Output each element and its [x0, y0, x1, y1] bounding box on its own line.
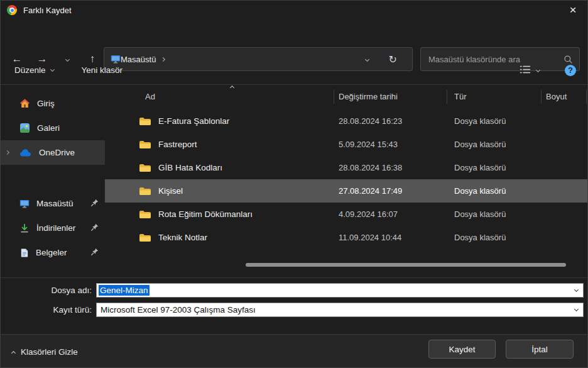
sidebar-item-downloads[interactable]: İndirilenler	[1, 216, 105, 240]
column-header-type[interactable]: Tür	[447, 92, 541, 101]
horizontal-scrollbar[interactable]	[246, 263, 566, 267]
help-button[interactable]: ?	[565, 65, 576, 76]
table-row[interactable]: Fastreport 5.09.2024 15:43 Dosya klasörü	[105, 133, 588, 156]
folder-icon	[139, 163, 151, 173]
home-icon	[19, 98, 30, 109]
sidebar-item-documents[interactable]: Belgeler	[1, 240, 105, 265]
file-type-cell: Dosya klasörü	[447, 233, 541, 242]
folder-icon	[139, 140, 151, 150]
file-type-cell: Dosya klasörü	[447, 209, 541, 219]
table-row[interactable]: GİB Hata Kodları 28.08.2024 16:38 Dosya …	[105, 156, 588, 179]
table-row[interactable]: Rota Eğitim Dökümanları 4.09.2024 16:07 …	[105, 203, 588, 226]
table-row[interactable]: Teknik Notlar 11.09.2024 10:44 Dosya kla…	[105, 226, 588, 249]
file-type-cell: Dosya klasörü	[447, 116, 541, 126]
file-list: Ad Değiştirme tarihi Tür Boyut E-Fatura …	[105, 85, 587, 277]
dialog-footer: Klasörleri Gizle Kaydet İptal	[1, 334, 587, 368]
sidebar-item-label: Galeri	[37, 123, 60, 133]
file-date-cell: 11.09.2024 10:44	[334, 233, 447, 242]
file-date-cell: 27.08.2024 17:49	[334, 186, 447, 196]
file-name-cell: Kişisel	[158, 186, 183, 196]
hide-folders-label: Klasörleri Gizle	[21, 347, 78, 357]
column-header-size[interactable]: Boyut	[541, 92, 588, 101]
sidebar-pinned-group: Masaüstü İndirilenler	[1, 191, 105, 265]
close-button[interactable]: ×	[558, 1, 587, 20]
help-icon: ?	[568, 66, 573, 75]
organize-label: Düzenle	[14, 65, 46, 75]
folder-icon	[139, 186, 151, 196]
window-title: Farklı Kaydet	[23, 6, 72, 15]
file-name-cell: Rota Eğitim Dökümanları	[158, 209, 253, 219]
details-view-icon	[520, 65, 531, 75]
close-icon: ×	[569, 3, 576, 17]
hide-folders-button[interactable]: Klasörleri Gizle	[8, 347, 82, 357]
gallery-icon	[19, 123, 30, 133]
sidebar-item-gallery[interactable]: Galeri	[1, 116, 105, 140]
downloads-icon	[19, 223, 30, 233]
sidebar-item-onedrive[interactable]: OneDrive	[1, 140, 105, 165]
pin-icon[interactable]	[91, 199, 99, 208]
column-divider[interactable]	[541, 90, 542, 104]
onedrive-cloud-icon	[19, 148, 32, 157]
filetype-select[interactable]: Microsoft Excel 97-2003 Çalışma Sayfası	[96, 303, 584, 317]
command-toolbar: Düzenle Yeni klasör ?	[1, 56, 587, 85]
save-as-dialog: Farklı Kaydet × ← → ↑ Masaüstü ↻	[0, 0, 588, 368]
file-name-cell: Fastreport	[158, 140, 197, 149]
chevron-down-icon[interactable]	[574, 287, 579, 292]
pin-icon[interactable]	[91, 248, 99, 257]
organize-button[interactable]: Düzenle	[9, 62, 59, 79]
folder-icon	[139, 116, 151, 126]
folder-icon	[139, 233, 151, 243]
file-date-cell: 5.09.2024 15:43	[334, 140, 447, 149]
sidebar-item-desktop[interactable]: Masaüstü	[1, 191, 105, 216]
save-button[interactable]: Kaydet	[428, 340, 496, 359]
sidebar: Giriş Galeri OneDrive	[1, 85, 105, 277]
column-divider[interactable]	[586, 90, 587, 104]
file-type-cell: Dosya klasörü	[447, 140, 541, 149]
expand-chevron-icon[interactable]	[5, 150, 9, 155]
file-rows: E-Fatura Şablonlar 28.08.2024 16:23 Dosy…	[105, 109, 588, 249]
save-form: Dosya adı: Genel-Mizan Kayıt türü: Micro…	[1, 277, 587, 334]
chevron-down-icon	[50, 67, 54, 72]
sidebar-item-label: OneDrive	[39, 148, 75, 157]
file-date-cell: 4.09.2024 16:07	[334, 209, 447, 219]
table-row[interactable]: E-Fatura Şablonlar 28.08.2024 16:23 Dosy…	[105, 109, 588, 133]
chevron-down-icon	[536, 68, 540, 72]
cancel-button[interactable]: İptal	[506, 340, 574, 359]
file-name-cell: GİB Hata Kodları	[158, 163, 222, 172]
folder-icon	[139, 209, 151, 220]
sidebar-top-group: Giriş Galeri OneDrive	[1, 91, 105, 165]
new-folder-button[interactable]: Yeni klasör	[77, 62, 128, 79]
sidebar-item-label: İndirilenler	[36, 223, 75, 233]
file-type-cell: Dosya klasörü	[447, 163, 541, 172]
file-name-cell: E-Fatura Şablonlar	[158, 116, 229, 126]
filename-label: Dosya adı:	[1, 283, 92, 298]
navigation-bar: ← → ↑ Masaüstü ↻	[1, 20, 587, 56]
filename-selected-text: Genel-Mizan	[99, 285, 150, 296]
chevron-up-icon	[11, 350, 16, 355]
view-options-button[interactable]	[516, 62, 543, 79]
chevron-down-icon	[574, 307, 579, 311]
table-row-highlighted[interactable]: Kişisel 27.08.2024 17:49 Dosya klasörü	[105, 179, 588, 203]
column-divider[interactable]	[334, 90, 334, 104]
file-date-cell: 28.08.2024 16:23	[334, 116, 447, 126]
file-date-cell: 28.08.2024 16:38	[334, 163, 447, 172]
dialog-body: Giriş Galeri OneDrive	[1, 85, 587, 277]
toolbar-right-group: ?	[516, 62, 576, 79]
column-divider[interactable]	[447, 90, 447, 104]
file-type-cell: Dosya klasörü	[447, 186, 541, 196]
sidebar-item-label: Masaüstü	[36, 199, 74, 208]
chrome-icon	[7, 5, 17, 15]
sidebar-item-label: Giriş	[37, 99, 55, 108]
pin-icon[interactable]	[91, 223, 99, 233]
filename-input[interactable]: Genel-Mizan	[96, 283, 584, 298]
column-header-name[interactable]: Ad	[105, 92, 334, 101]
sidebar-item-home[interactable]: Giriş	[1, 91, 105, 116]
sidebar-item-label: Belgeler	[36, 248, 67, 257]
new-folder-label: Yeni klasör	[82, 65, 123, 75]
desktop-icon	[19, 199, 30, 209]
file-list-header: Ad Değiştirme tarihi Tür Boyut	[105, 87, 588, 105]
filetype-value: Microsoft Excel 97-2003 Çalışma Sayfası	[101, 305, 256, 315]
title-bar: Farklı Kaydet ×	[1, 1, 587, 20]
column-header-date[interactable]: Değiştirme tarihi	[334, 92, 447, 101]
file-name-cell: Teknik Notlar	[158, 233, 207, 242]
